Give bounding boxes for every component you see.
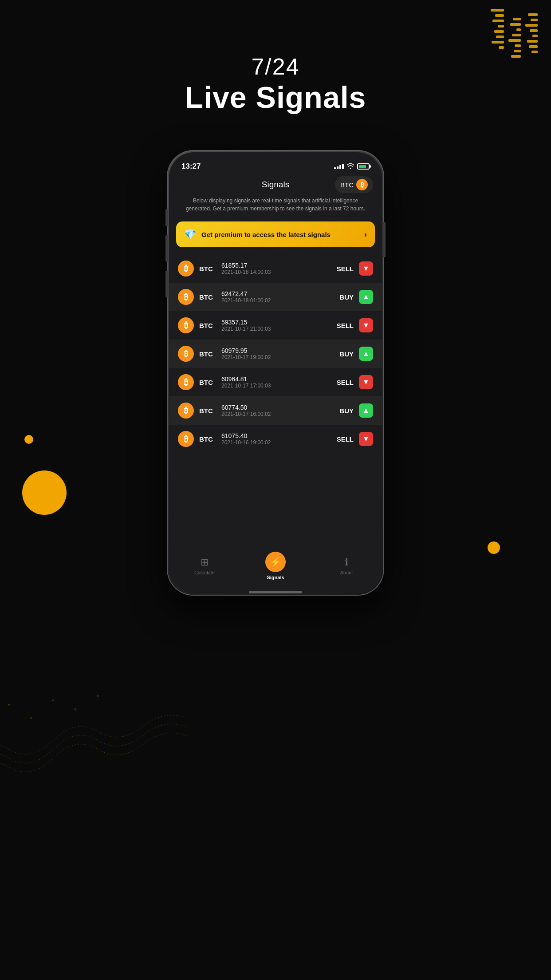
signal-price: 60774.50 xyxy=(221,404,330,411)
signal-action: BUY xyxy=(335,407,354,415)
signal-info: 62472.47 2021-10-18 01:00:02 xyxy=(221,290,330,304)
signals-tab-icon-circle: ⚡ xyxy=(265,552,286,572)
signal-price: 60979.95 xyxy=(221,347,330,354)
signal-date: 2021-10-17 19:00:02 xyxy=(221,354,330,360)
signal-action: BUY xyxy=(335,350,354,358)
signal-direction-badge: ▼ xyxy=(359,375,373,389)
signal-info: 60774.50 2021-10-17 16:00:02 xyxy=(221,404,330,417)
svg-point-1 xyxy=(8,704,10,706)
signal-date: 2021-10-17 16:00:02 xyxy=(221,411,330,417)
signal-direction-badge: ▼ xyxy=(359,432,373,446)
tab-calculate-label: Calculate xyxy=(194,570,215,575)
signal-direction-badge: ▲ xyxy=(359,403,373,418)
signal-price: 61855.17 xyxy=(221,262,330,269)
signal-info: 61075.40 2021-10-16 19:00:02 xyxy=(221,432,330,446)
status-time: 13:27 xyxy=(181,162,201,171)
svg-point-4 xyxy=(75,708,76,710)
signal-info: 59357.15 2021-10-17 21:00:03 xyxy=(221,319,330,332)
signal-date: 2021-10-17 17:00:03 xyxy=(221,383,330,389)
tab-about-label: About xyxy=(340,570,353,575)
signal-row[interactable]: ₿ BTC 61855.17 2021-10-18 14:00:03 SELL … xyxy=(169,254,382,283)
signal-row[interactable]: ₿ BTC 60964.81 2021-10-17 17:00:03 SELL … xyxy=(169,368,382,396)
signal-info: 60979.95 2021-10-17 19:00:02 xyxy=(221,347,330,360)
signal-coin-label: BTC xyxy=(199,322,216,329)
calculate-icon: ⊞ xyxy=(201,557,209,568)
tab-signals-label: Signals xyxy=(267,575,284,580)
signal-date: 2021-10-16 19:00:02 xyxy=(221,439,330,446)
signal-direction-badge: ▼ xyxy=(359,318,373,332)
btc-coin-icon: ₿ xyxy=(178,317,194,333)
signal-row[interactable]: ₿ BTC 59357.15 2021-10-17 21:00:03 SELL … xyxy=(169,311,382,340)
status-icons xyxy=(334,163,370,170)
about-icon: ℹ xyxy=(345,557,348,568)
signal-row[interactable]: ₿ BTC 62472.47 2021-10-18 01:00:02 BUY ▲ xyxy=(169,283,382,311)
signal-coin-label: BTC xyxy=(199,379,216,386)
header-title: Live Signals xyxy=(0,80,551,115)
signal-price: 59357.15 xyxy=(221,319,330,326)
coin-selector[interactable]: BTC ₿ xyxy=(335,176,373,193)
phone-notch xyxy=(244,152,307,166)
btc-coin-icon: ₿ xyxy=(178,346,194,362)
signal-strength-icon xyxy=(334,164,344,169)
info-text: Below displaying signals are real-time s… xyxy=(169,195,382,218)
down-arrow-icon: ▼ xyxy=(362,265,370,273)
coin-label: BTC xyxy=(340,181,354,189)
svg-point-2 xyxy=(30,717,32,719)
tab-about[interactable]: ℹ About xyxy=(311,557,382,575)
tab-bar: ⊞ Calculate ⚡ Signals ℹ About xyxy=(169,547,382,589)
page-header: 7/24 Live Signals xyxy=(0,53,551,115)
signal-coin-label: BTC xyxy=(199,293,216,301)
signal-direction-badge: ▼ xyxy=(359,261,373,276)
signal-action: SELL xyxy=(335,322,354,329)
btc-coin-icon: ₿ xyxy=(178,374,194,390)
battery-icon xyxy=(357,163,370,170)
phone-frame: 13:27 xyxy=(168,151,383,595)
signal-price: 60964.81 xyxy=(221,375,330,383)
svg-point-5 xyxy=(97,695,98,697)
nav-title: Signals xyxy=(262,180,289,190)
premium-arrow-icon: › xyxy=(364,230,367,239)
signal-date: 2021-10-18 01:00:02 xyxy=(221,297,330,304)
lightning-icon: ⚡ xyxy=(270,557,281,567)
up-arrow-icon: ▲ xyxy=(362,293,370,301)
btc-coin-icon: ₿ xyxy=(178,289,194,305)
signal-direction-badge: ▲ xyxy=(359,347,373,361)
svg-point-3 xyxy=(52,699,54,701)
btc-coin-icon: ₿ xyxy=(178,261,194,277)
down-arrow-icon: ▼ xyxy=(362,378,370,386)
signal-date: 2021-10-17 21:00:03 xyxy=(221,326,330,332)
diamond-icon: 💎 xyxy=(184,229,196,240)
premium-banner[interactable]: 💎 Get premium to access the latest signa… xyxy=(176,221,375,247)
signal-direction-badge: ▲ xyxy=(359,290,373,304)
signal-list: ₿ BTC 61855.17 2021-10-18 14:00:03 SELL … xyxy=(169,251,382,547)
signal-price: 62472.47 xyxy=(221,290,330,297)
signal-coin-label: BTC xyxy=(199,407,216,415)
signal-action: SELL xyxy=(335,265,354,273)
signal-row[interactable]: ₿ BTC 60774.50 2021-10-17 16:00:02 BUY ▲ xyxy=(169,396,382,425)
signal-action: BUY xyxy=(335,293,354,301)
signal-row[interactable]: ₿ BTC 61075.40 2021-10-16 19:00:02 SELL … xyxy=(169,425,382,453)
tab-calculate[interactable]: ⊞ Calculate xyxy=(169,557,240,575)
signal-info: 60964.81 2021-10-17 17:00:03 xyxy=(221,375,330,389)
signal-coin-label: BTC xyxy=(199,435,216,443)
signal-coin-label: BTC xyxy=(199,350,216,358)
btc-coin-icon: ₿ xyxy=(178,403,194,419)
up-arrow-icon: ▲ xyxy=(362,350,370,358)
signal-date: 2021-10-18 14:00:03 xyxy=(221,269,330,275)
btc-coin-icon: ₿ xyxy=(178,431,194,447)
down-arrow-icon: ▼ xyxy=(362,321,370,329)
tab-signals[interactable]: ⚡ Signals xyxy=(240,552,311,580)
down-arrow-icon: ▼ xyxy=(362,435,370,443)
app-content: Signals BTC ₿ Below displaying signals a… xyxy=(169,174,382,593)
wifi-icon xyxy=(346,163,354,170)
btc-coin-badge-icon: ₿ xyxy=(356,179,368,190)
signal-info: 61855.17 2021-10-18 14:00:03 xyxy=(221,262,330,275)
signal-coin-label: BTC xyxy=(199,265,216,273)
premium-banner-text: Get premium to access the latest signals xyxy=(201,231,359,238)
signal-row[interactable]: ₿ BTC 60979.95 2021-10-17 19:00:02 BUY ▲ xyxy=(169,340,382,368)
signal-price: 61075.40 xyxy=(221,432,330,439)
nav-bar: Signals BTC ₿ xyxy=(169,174,382,195)
signal-action: SELL xyxy=(335,435,354,443)
header-subtitle: 7/24 xyxy=(0,53,551,80)
home-indicator xyxy=(249,591,302,593)
